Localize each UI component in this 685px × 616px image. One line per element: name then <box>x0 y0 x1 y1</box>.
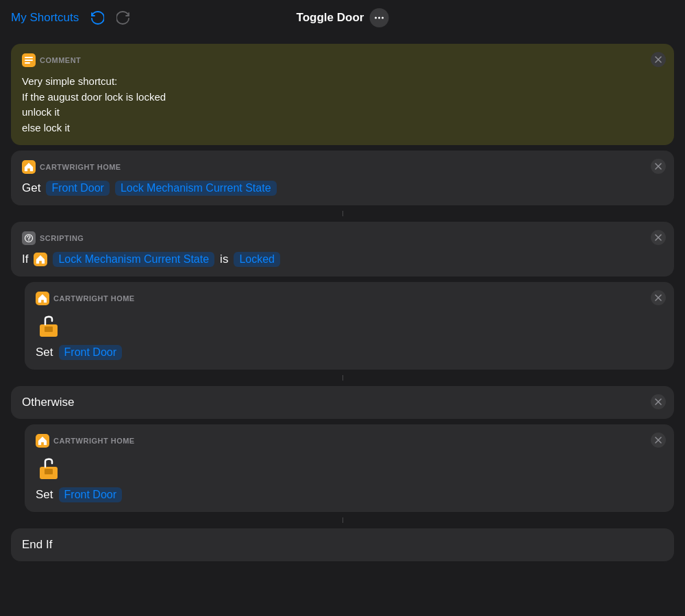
set-card-2-label: CARTWRIGHT HOME <box>53 437 135 445</box>
set2-close-button[interactable] <box>651 433 666 448</box>
otherwise-close-button[interactable] <box>651 394 666 409</box>
connector-line-1 <box>342 211 343 216</box>
comment-icon <box>22 53 36 67</box>
page-title: Toggle Door <box>297 11 364 25</box>
otherwise-card: Otherwise <box>11 386 674 419</box>
comment-content: Very simple shortcut: If the august door… <box>22 74 663 136</box>
set2-action-text: Set Front Door <box>36 487 663 502</box>
scripting-icon <box>22 231 36 245</box>
lock-unlocked-icon <box>36 312 63 339</box>
set1-token-door[interactable]: Front Door <box>59 345 122 360</box>
svg-point-11 <box>28 240 29 241</box>
svg-rect-3 <box>25 57 33 58</box>
svg-rect-4 <box>25 60 33 61</box>
comment-close-button[interactable] <box>651 52 666 67</box>
get-card-header: CARTWRIGHT HOME <box>22 160 663 174</box>
connector-line-3 <box>342 517 343 523</box>
more-button[interactable] <box>369 8 388 27</box>
if-close-button[interactable] <box>651 230 666 245</box>
otherwise-label: Otherwise <box>22 396 75 409</box>
svg-rect-23 <box>45 469 53 474</box>
svg-point-0 <box>375 17 377 19</box>
if-card: SCRIPTING If Lock Mechanism Current Stat… <box>11 222 674 277</box>
if-action-text: If Lock Mechanism Current State is Locke… <box>22 252 663 267</box>
set-card-1: CARTWRIGHT HOME Set Front Door <box>25 282 674 370</box>
header-center: Toggle Door <box>297 8 389 27</box>
if-token-locked[interactable]: Locked <box>234 252 280 267</box>
undo-button[interactable] <box>87 8 106 27</box>
endif-label: End If <box>22 538 52 551</box>
get-card: CARTWRIGHT HOME Get Front Door Lock Mech… <box>11 151 674 205</box>
get-token-door[interactable]: Front Door <box>46 181 109 196</box>
lock-unlocked-icon-2 <box>36 454 63 482</box>
if-token-state[interactable]: Lock Mechanism Current State <box>53 252 214 267</box>
connector-2 <box>11 375 674 381</box>
get-token-state[interactable]: Lock Mechanism Current State <box>115 181 277 196</box>
header-left: My Shortcuts <box>11 8 134 27</box>
home-icon-if <box>34 253 47 266</box>
if-card-header: SCRIPTING <box>22 231 663 245</box>
connector-3 <box>11 517 674 523</box>
set2-token-door[interactable]: Front Door <box>59 487 122 502</box>
connector-line-2 <box>342 375 343 381</box>
comment-label: COMMENT <box>40 56 81 64</box>
get-card-label: CARTWRIGHT HOME <box>40 163 121 171</box>
if-card-label: SCRIPTING <box>40 234 84 242</box>
get-close-button[interactable] <box>651 159 666 174</box>
endif-card: End If <box>11 528 674 561</box>
content-area: COMMENT Very simple shortcut: If the aug… <box>0 36 685 616</box>
svg-point-2 <box>382 17 384 19</box>
my-shortcuts-link[interactable]: My Shortcuts <box>11 11 79 25</box>
comment-card-header: COMMENT <box>22 53 663 67</box>
set-card-2-header: CARTWRIGHT HOME <box>36 434 663 448</box>
svg-rect-5 <box>25 62 30 64</box>
home-icon-set1 <box>36 292 49 305</box>
set-card-1-label: CARTWRIGHT HOME <box>53 294 135 303</box>
app-header: My Shortcuts Toggle Door <box>0 0 685 36</box>
set1-close-button[interactable] <box>651 290 666 305</box>
set-card-1-header: CARTWRIGHT HOME <box>36 292 663 305</box>
set1-action-text: Set Front Door <box>36 345 663 360</box>
svg-point-1 <box>378 17 380 19</box>
redo-button[interactable] <box>114 8 134 27</box>
connector-1 <box>11 211 674 216</box>
home-icon-set2 <box>36 434 49 448</box>
svg-rect-17 <box>45 326 53 332</box>
home-icon-get <box>22 160 36 174</box>
set-card-2: CARTWRIGHT HOME Set Front Door <box>25 424 674 512</box>
comment-card: COMMENT Very simple shortcut: If the aug… <box>11 44 674 145</box>
get-action-text: Get Front Door Lock Mechanism Current St… <box>22 181 663 196</box>
